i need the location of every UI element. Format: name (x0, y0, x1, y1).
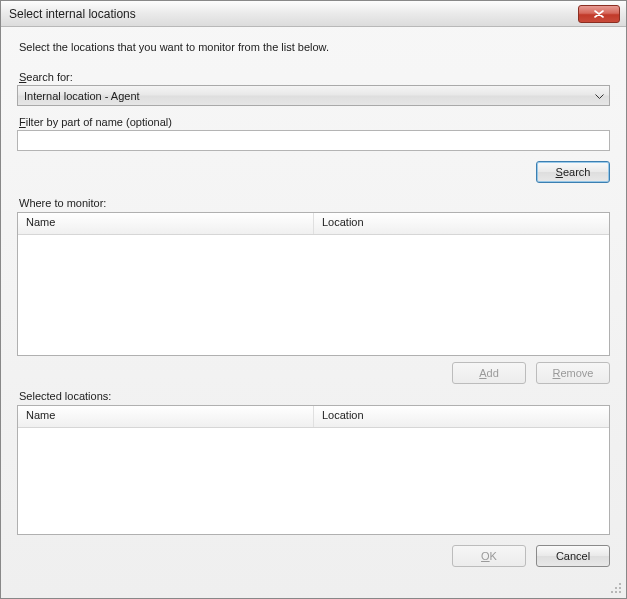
search-for-combo[interactable]: Internal location - Agent (17, 85, 610, 106)
where-to-monitor-list[interactable]: Name Location (17, 212, 610, 356)
search-for-combo-value: Internal location - Agent (24, 90, 591, 102)
where-list-header: Name Location (18, 213, 609, 235)
selected-col-name[interactable]: Name (18, 406, 314, 427)
filter-accel: F (19, 116, 26, 128)
remove-button[interactable]: Remove (536, 362, 610, 384)
ok-accel: O (481, 550, 490, 562)
svg-rect-2 (619, 587, 621, 589)
add-accel: A (479, 367, 486, 379)
cancel-button[interactable]: Cancel (536, 545, 610, 567)
dialog-footer: OK Cancel (17, 545, 610, 571)
selected-col-location[interactable]: Location (314, 406, 609, 427)
search-btn-accel: S (556, 166, 563, 178)
search-button[interactable]: Search (536, 161, 610, 183)
where-to-monitor-label: Where to monitor: (19, 197, 610, 209)
where-col-location[interactable]: Location (314, 213, 609, 234)
selected-locations-list[interactable]: Name Location (17, 405, 610, 535)
svg-rect-4 (615, 591, 617, 593)
add-rest: dd (487, 367, 499, 379)
svg-rect-0 (619, 583, 621, 585)
add-remove-row: Add Remove (17, 362, 610, 384)
dialog-window: Select internal locations Select the loc… (0, 0, 627, 599)
ok-rest: K (490, 550, 497, 562)
search-for-label: Search for: (19, 71, 610, 83)
selected-list-header: Name Location (18, 406, 609, 428)
remove-rest: emove (560, 367, 593, 379)
dialog-content: Select the locations that you want to mo… (1, 27, 626, 598)
chevron-down-icon (591, 90, 607, 102)
svg-rect-3 (611, 591, 613, 593)
add-button[interactable]: Add (452, 362, 526, 384)
close-button[interactable] (578, 5, 620, 23)
filter-label-rest: ilter by part of name (optional) (26, 116, 172, 128)
resize-grip-icon[interactable] (609, 581, 623, 595)
selected-locations-label: Selected locations: (19, 390, 610, 402)
svg-rect-5 (619, 591, 621, 593)
where-col-name[interactable]: Name (18, 213, 314, 234)
cancel-label: Cancel (556, 550, 590, 562)
instruction-text: Select the locations that you want to mo… (19, 41, 610, 53)
filter-input[interactable] (17, 130, 610, 151)
ok-button[interactable]: OK (452, 545, 526, 567)
where-list-body (18, 235, 609, 355)
search-button-row: Search (17, 161, 610, 183)
search-for-rest: earch for: (26, 71, 72, 83)
close-icon (594, 10, 604, 18)
titlebar: Select internal locations (1, 1, 626, 27)
window-title: Select internal locations (9, 7, 578, 21)
svg-rect-1 (615, 587, 617, 589)
filter-label: Filter by part of name (optional) (19, 116, 610, 128)
search-btn-rest: earch (563, 166, 591, 178)
selected-list-body (18, 428, 609, 534)
